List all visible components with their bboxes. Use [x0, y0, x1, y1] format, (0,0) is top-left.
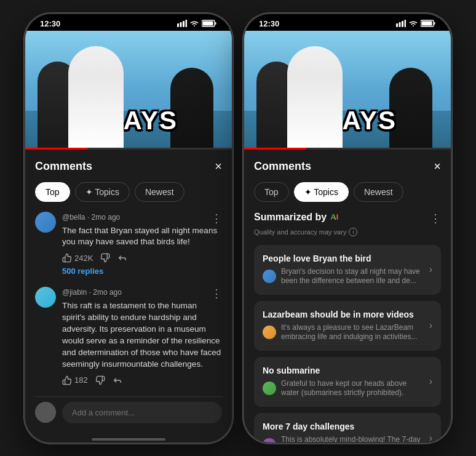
topic-card-content-2: No submarine Grateful to have kept our h… [263, 366, 423, 398]
topic-chevron-1: › [429, 320, 432, 331]
info-icon[interactable]: i [349, 228, 357, 236]
left-comments-title: Comments [35, 160, 92, 173]
right-status-icons [396, 20, 436, 27]
like-button-0[interactable]: 242K [62, 253, 93, 263]
left-status-bar: 12:30 [25, 14, 232, 31]
add-comment-avatar [35, 402, 56, 423]
topic-title-0: People love Bryan the bird [263, 254, 423, 263]
topic-avatar-0 [263, 270, 276, 283]
topic-avatar-3 [263, 438, 276, 444]
svg-rect-3 [186, 20, 188, 27]
reply-icon [117, 253, 127, 263]
comment-avatar-0 [35, 212, 56, 233]
topic-chevron-3: › [429, 433, 432, 444]
phones-container: 12:30 [12, 1, 464, 456]
topic-card-1[interactable]: Lazarbeam should be in more videos It's … [254, 301, 441, 351]
left-tab-topics[interactable]: ✦ Topics [75, 182, 130, 202]
right-time: 12:30 [259, 19, 279, 28]
topic-card-content-1: Lazarbeam should be in more videos It's … [263, 310, 423, 342]
left-time: 12:30 [40, 19, 60, 28]
left-comments-panel: Comments × Top ✦ Topics Newest @bella · … [25, 150, 232, 433]
add-comment-row [35, 396, 222, 423]
dislike-button-1[interactable] [95, 375, 105, 385]
left-tab-newest[interactable]: Newest [135, 182, 184, 202]
topic-preview-row-2: Grateful to have kept our heads above wa… [263, 379, 423, 398]
comment-item-0: @bella · 2mo ago ⋮ The fact that Bryan s… [35, 212, 222, 276]
topic-avatar-1 [263, 326, 276, 339]
topic-chevron-2: › [429, 376, 432, 387]
summarized-label-row: Summarized by AI [254, 212, 338, 223]
svg-rect-1 [180, 22, 182, 27]
left-tab-top[interactable]: Top [35, 182, 70, 202]
right-tab-top[interactable]: Top [254, 182, 289, 202]
left-video-thumbnail: 7 DAYS [25, 31, 232, 148]
comment-actions-0: 242K [62, 253, 222, 263]
dislike-button-0[interactable] [100, 253, 110, 263]
topic-card-content-0: People love Bryan the bird Bryan's decis… [263, 254, 423, 286]
topic-preview-row-1: It's always a pleasure to see LazarBeam … [263, 323, 423, 342]
right-tab-topics[interactable]: ✦ Topics [294, 182, 349, 202]
topic-card-3[interactable]: More 7 day challenges This is absolutely… [254, 413, 441, 443]
topic-preview-text-3: This is absolutely mind-blowing! The 7-d… [281, 435, 423, 443]
comment-content-0: @bella · 2mo ago ⋮ The fact that Bryan s… [62, 212, 222, 276]
thumbs-up-icon [62, 253, 72, 263]
comment-item-1: @jiabin · 2mo ago ⋮ This raft is a testa… [35, 287, 222, 385]
topic-title-1: Lazarbeam should be in more videos [263, 310, 423, 319]
signal-icon [177, 20, 187, 27]
svg-rect-8 [399, 22, 401, 27]
right-close-button[interactable]: × [434, 159, 441, 174]
reply-button-0[interactable] [117, 253, 127, 263]
topic-chevron-0: › [429, 264, 432, 275]
right-video-thumbnail: 7 DAYS [244, 31, 451, 148]
comment-meta-1: @jiabin · 2mo ago [62, 288, 122, 297]
svg-rect-9 [402, 21, 403, 27]
topic-card-0[interactable]: People love Bryan the bird Bryan's decis… [254, 245, 441, 295]
svg-rect-2 [183, 21, 184, 27]
svg-rect-6 [203, 22, 213, 26]
thumbs-down-icon [100, 253, 110, 263]
comment-more-1[interactable]: ⋮ [211, 287, 222, 300]
summarized-more-btn[interactable]: ⋮ [430, 212, 441, 225]
thumbs-down-icon-1 [95, 375, 105, 385]
right-comments-title: Comments [254, 160, 311, 173]
wifi-icon [189, 20, 199, 27]
left-close-button[interactable]: × [215, 159, 222, 174]
ai-badge: AI [330, 212, 338, 222]
topic-preview-row-3: This is absolutely mind-blowing! The 7-d… [263, 435, 423, 443]
quality-note: Quality and accuracy may vary i [254, 228, 441, 236]
topic-preview-text-0: Bryan's decision to stay all night may h… [281, 267, 423, 286]
right-phone: 12:30 [243, 13, 452, 444]
reply-icon-1 [113, 375, 122, 385]
right-tab-newest[interactable]: Newest [354, 182, 403, 202]
left-filter-tabs: Top ✦ Topics Newest [35, 182, 222, 202]
svg-rect-0 [177, 23, 179, 27]
right-comments-header: Comments × [254, 159, 441, 174]
comment-text-0: The fact that Bryan stayed all night mea… [62, 225, 222, 249]
thumbs-up-icon-1 [62, 375, 72, 385]
topic-title-2: No submarine [263, 366, 423, 375]
reply-button-1[interactable] [113, 375, 122, 385]
topic-card-2[interactable]: No submarine Grateful to have kept our h… [254, 357, 441, 407]
topic-card-content-3: More 7 day challenges This is absolutely… [263, 422, 423, 443]
replies-link-0[interactable]: 500 replies [62, 266, 222, 276]
comment-avatar-1 [35, 287, 56, 308]
summarized-label: Summarized by [254, 212, 327, 223]
right-wifi-icon [408, 20, 418, 27]
comment-actions-1: 182 [62, 375, 222, 385]
topic-preview-text-1: It's always a pleasure to see LazarBeam … [281, 323, 423, 342]
topic-avatar-2 [263, 382, 276, 395]
comment-meta-0: @bella · 2mo ago [62, 213, 120, 222]
comment-more-0[interactable]: ⋮ [211, 212, 222, 225]
svg-rect-5 [215, 22, 216, 25]
left-phone: 12:30 [24, 13, 233, 444]
like-button-1[interactable]: 182 [62, 375, 88, 385]
battery-icon [202, 20, 217, 27]
svg-rect-12 [434, 22, 435, 25]
right-comments-panel: Comments × Top ✦ Topics Newest Summarize… [244, 150, 451, 444]
right-filter-tabs: Top ✦ Topics Newest [254, 182, 441, 202]
right-signal-icon [396, 20, 406, 27]
right-status-bar: 12:30 [244, 14, 451, 31]
add-comment-input[interactable] [62, 402, 222, 423]
summarized-header: Summarized by AI ⋮ [254, 212, 441, 225]
svg-rect-13 [422, 22, 432, 26]
